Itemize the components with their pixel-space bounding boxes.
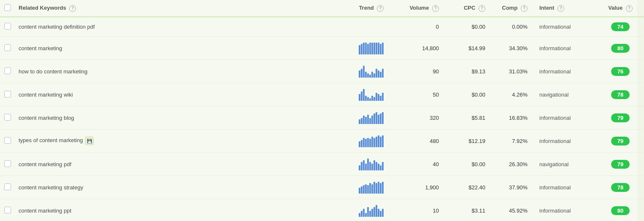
trend-bar: [373, 43, 375, 54]
volume-help-icon[interactable]: ?: [432, 5, 439, 12]
trend-bar: [369, 75, 371, 78]
trend-bar: [369, 139, 371, 147]
volume-value: 40: [433, 161, 439, 167]
select-all-header[interactable]: [0, 0, 15, 17]
trend-bar: [371, 116, 373, 124]
comp-cell: 0.00%: [494, 17, 536, 37]
trend-bar: [363, 209, 365, 217]
comp-value: 7.92%: [512, 138, 528, 144]
trend-bar: [380, 165, 382, 170]
trend-bar: [363, 89, 365, 101]
volume-cell: 10: [406, 199, 452, 221]
keyword-cell: content marketing blog: [15, 106, 355, 129]
trend-bar: [367, 185, 369, 194]
volume-value: 480: [430, 138, 439, 144]
trend-bar: [361, 44, 363, 54]
value-badge: 79: [611, 137, 630, 146]
comp-cell: 37.90%: [494, 176, 536, 199]
intent-cell: informational: [536, 129, 603, 153]
trend-bar: [367, 207, 369, 217]
trend-bar: [378, 94, 379, 101]
cpc-value: $12.19: [468, 138, 485, 144]
row-checkbox[interactable]: [4, 137, 11, 144]
keyword-text: types of content marketing: [19, 137, 83, 143]
intent-value: informational: [539, 138, 571, 144]
trend-bar: [367, 115, 369, 124]
trend-bar: [359, 94, 360, 101]
scrollbar-cell: [637, 129, 644, 153]
cpc-value: $22.40: [468, 184, 485, 191]
trend-bar: [373, 160, 375, 170]
trend-bar: [373, 97, 375, 101]
volume-cell: 14,800: [406, 37, 452, 60]
trend-bar: [365, 213, 367, 217]
trend-bar: [363, 160, 365, 170]
intent-cell: informational: [536, 106, 603, 129]
cpc-header-label: CPC: [464, 5, 475, 11]
row-checkbox[interactable]: [4, 23, 11, 30]
comp-cell: 16.83%: [494, 106, 536, 129]
row-checkbox[interactable]: [4, 67, 11, 74]
trend-bar: [361, 140, 363, 147]
value-header-label: Value: [608, 5, 622, 11]
keyword-help-icon[interactable]: ?: [69, 5, 76, 12]
trend-cell: [355, 37, 406, 60]
value-cell: 78: [603, 176, 637, 199]
comp-help-icon[interactable]: ?: [521, 5, 528, 12]
volume-value: 90: [433, 68, 439, 75]
cpc-value: $3.11: [471, 208, 485, 214]
keyword-cell: content marketing pdf: [15, 153, 355, 176]
row-checkbox[interactable]: [4, 183, 11, 190]
trend-bar: [363, 138, 365, 147]
comp-value: 34.30%: [509, 45, 528, 51]
volume-value: 10: [433, 208, 439, 214]
trend-bar: [371, 96, 373, 101]
intent-value: informational: [539, 208, 571, 214]
intent-help-icon[interactable]: ?: [557, 5, 564, 12]
tag-icon[interactable]: 💾: [85, 137, 94, 145]
row-checkbox[interactable]: [4, 160, 11, 167]
keyword-text: content marketing ppt: [19, 208, 71, 214]
keyword-cell: content marketing ppt: [15, 199, 355, 221]
value-help-icon[interactable]: ?: [626, 5, 633, 12]
trend-bars: [359, 135, 403, 147]
trend-bar: [369, 43, 371, 54]
trend-bar: [376, 183, 377, 194]
trend-bar: [373, 113, 375, 124]
trend-bar: [378, 43, 379, 54]
trend-bars: [359, 204, 403, 217]
cpc-cell: $14.99: [452, 37, 494, 60]
row-checkbox[interactable]: [4, 91, 11, 97]
trend-bar: [371, 137, 373, 147]
value-cell: 74: [603, 17, 637, 37]
trend-bar: [359, 213, 360, 217]
table-row: how to do content marketing90$9.1331.03%…: [0, 60, 644, 83]
trend-bars: [359, 111, 403, 124]
trend-bar: [382, 182, 384, 194]
value-badge: 79: [611, 113, 630, 122]
value-cell: 80: [603, 199, 637, 221]
trend-bar: [371, 164, 373, 170]
row-checkbox[interactable]: [4, 44, 11, 51]
trend-help-icon[interactable]: ?: [377, 5, 384, 12]
trend-bar: [376, 43, 377, 54]
trend-bar: [382, 135, 384, 147]
volume-cell: 480: [406, 129, 452, 153]
trend-bar: [382, 43, 384, 54]
select-all-checkbox[interactable]: [4, 4, 11, 11]
trend-bar: [371, 209, 373, 217]
trend-bar: [376, 93, 377, 101]
trend-bars: [359, 65, 403, 78]
cpc-help-icon[interactable]: ?: [479, 5, 485, 12]
table-row: types of content marketing💾480$12.197.92…: [0, 129, 644, 153]
scrollbar-cell: [637, 199, 644, 221]
keyword-cell: content marketing strategy: [15, 176, 355, 199]
cpc-cell: $0.00: [452, 17, 494, 37]
scrollbar-cell: [637, 60, 644, 83]
row-checkbox[interactable]: [4, 207, 11, 213]
trend-cell: [355, 199, 406, 221]
keyword-text: content marketing pdf: [19, 161, 71, 167]
trend-bar: [371, 72, 373, 78]
row-checkbox[interactable]: [4, 114, 11, 121]
trend-cell: [355, 153, 406, 176]
